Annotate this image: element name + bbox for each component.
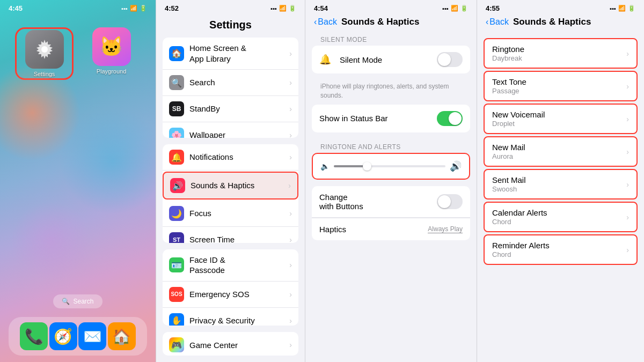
status-bar-settings: 4:52 ▪▪▪ 📶 🔋 bbox=[156, 0, 305, 14]
settings-group-1: 🏠 Home Screen &App Library › 🔍 Search › … bbox=[163, 38, 298, 138]
status-time-settings: 4:52 bbox=[165, 4, 179, 12]
show-status-bar-row: Show in Status Bar bbox=[312, 105, 470, 132]
settings-screen-title: Settings bbox=[156, 14, 305, 38]
settings-gear-icon bbox=[34, 39, 55, 60]
text-tone-item[interactable]: Text Tone Passage › bbox=[484, 71, 638, 101]
iphone-home-screen: 4:45 ▪▪▪ 📶 🔋 Settings 🐱 Playground � bbox=[0, 0, 156, 362]
signal-icon: ▪▪▪ bbox=[121, 5, 128, 12]
chevron-icon-wallpaper: › bbox=[289, 131, 292, 138]
settings-row-focus[interactable]: 🌙 Focus › bbox=[163, 201, 298, 227]
settings-row-search[interactable]: 🔍 Search › bbox=[163, 70, 298, 96]
home-icon: 🏠 bbox=[112, 328, 131, 345]
wallpaper-label: Wallpaper bbox=[189, 130, 284, 138]
settings-row-screen-time[interactable]: ST Screen Time › bbox=[163, 227, 298, 243]
sounds-screen-title: Sounds & Haptics bbox=[341, 17, 419, 27]
game-center-icon: 🎮 bbox=[169, 337, 184, 352]
bell-icon: 🔔 bbox=[319, 54, 331, 65]
settings-group-4: 🎮 Game Center › bbox=[163, 332, 298, 356]
volume-track[interactable]: 🔈 🔊 bbox=[320, 160, 462, 172]
playground-app-icon[interactable]: 🐱 bbox=[92, 27, 131, 66]
settings-row-notifications[interactable]: 🔔 Notifications › bbox=[163, 144, 298, 171]
volume-bar[interactable] bbox=[334, 165, 445, 167]
settings-row-privacy[interactable]: ✋ Privacy & Security › bbox=[163, 308, 298, 326]
status-bar-home: 4:45 ▪▪▪ 📶 🔋 bbox=[0, 0, 156, 14]
haptics-label: Haptics bbox=[319, 225, 428, 234]
chevron-icon-screen-time: › bbox=[289, 235, 292, 243]
text-tone-title: Text Tone bbox=[492, 77, 622, 86]
mail-icon: ✉️ bbox=[83, 328, 102, 345]
back-chevron-icon-d: ‹ bbox=[486, 17, 488, 27]
sent-mail-item[interactable]: Sent Mail Swoosh › bbox=[484, 169, 638, 200]
calendar-alerts-title: Calendar Alerts bbox=[492, 208, 622, 217]
sounds-back-button[interactable]: ‹ Back bbox=[314, 17, 337, 27]
dock-home-icon[interactable]: 🏠 bbox=[108, 322, 136, 350]
settings-row-sounds-haptics[interactable]: 🔊 Sounds & Haptics › bbox=[163, 172, 298, 200]
show-status-bar-label: Show in Status Bar bbox=[319, 114, 431, 123]
sent-mail-texts: Sent Mail Swoosh bbox=[492, 175, 622, 193]
change-buttons-toggle[interactable] bbox=[437, 194, 463, 209]
battery-icon-s: 🔋 bbox=[289, 5, 296, 12]
chevron-icon-game-center: › bbox=[289, 341, 292, 349]
chevron-icon-notif: › bbox=[289, 153, 292, 161]
chevron-new-mail: › bbox=[626, 147, 629, 156]
new-mail-item[interactable]: New Mail Aurora › bbox=[484, 136, 638, 167]
settings-row-home-screen[interactable]: 🏠 Home Screen &App Library › bbox=[163, 38, 298, 70]
sound-detail-panel: 4:55 ▪▪▪ 📶 🔋 ‹ Back Sounds & Haptics Rin… bbox=[477, 0, 644, 362]
detail-back-button[interactable]: ‹ Back bbox=[486, 17, 509, 27]
home-dock: 📞 🧭 ✉️ 🏠 bbox=[9, 317, 147, 356]
status-time-home: 4:45 bbox=[9, 4, 23, 12]
screen-time-icon: ST bbox=[169, 232, 184, 243]
screen-time-label: Screen Time bbox=[189, 234, 284, 242]
silent-mode-label: Silent Mode bbox=[340, 55, 431, 64]
toggle-knob-3 bbox=[438, 195, 451, 208]
silent-mode-section-label: SILENT MODE bbox=[305, 32, 477, 46]
battery-icon: 🔋 bbox=[140, 5, 147, 12]
settings-row-game-center[interactable]: 🎮 Game Center › bbox=[163, 332, 298, 356]
chevron-icon: › bbox=[289, 49, 292, 58]
signal-icon-sh: ▪▪▪ bbox=[442, 5, 449, 12]
settings-group-2: 🔔 Notifications › 🔊 Sounds & Haptics › 🌙… bbox=[163, 144, 298, 243]
new-voicemail-item[interactable]: New Voicemail Droplet › bbox=[484, 104, 638, 134]
status-icons-settings: ▪▪▪ 📶 🔋 bbox=[270, 5, 296, 12]
emergency-sos-label: Emergency SOS bbox=[189, 289, 284, 300]
battery-icon-sh: 🔋 bbox=[460, 5, 468, 12]
signal-icon-d: ▪▪▪ bbox=[610, 5, 616, 12]
status-bar-detail: 4:55 ▪▪▪ 📶 🔋 bbox=[477, 0, 644, 14]
chevron-ringtone: › bbox=[626, 49, 629, 58]
wifi-icon-d: 📶 bbox=[618, 5, 626, 12]
settings-row-face-id[interactable]: 🪪 Face ID &Passcode › bbox=[163, 249, 298, 282]
chevron-icon-standby: › bbox=[289, 105, 292, 113]
new-mail-title: New Mail bbox=[492, 143, 622, 152]
standby-label: StandBy bbox=[189, 104, 284, 114]
volume-slider-row: 🔈 🔊 bbox=[312, 153, 470, 180]
ringtone-item[interactable]: Ringtone Daybreak › bbox=[484, 38, 638, 69]
volume-thumb[interactable] bbox=[363, 162, 371, 171]
new-voicemail-subtitle: Droplet bbox=[492, 120, 622, 128]
settings-row-wallpaper[interactable]: 🌸 Wallpaper › bbox=[163, 122, 298, 138]
wifi-icon-sh: 📶 bbox=[451, 5, 458, 12]
playground-app[interactable]: 🐱 Playground bbox=[82, 27, 141, 80]
dock-phone-icon[interactable]: 📞 bbox=[20, 322, 48, 350]
settings-app-icon[interactable] bbox=[25, 30, 64, 69]
chevron-icon-sos: › bbox=[289, 290, 292, 299]
dock-safari-icon[interactable]: 🧭 bbox=[49, 322, 77, 350]
playground-icon-emoji: 🐱 bbox=[99, 35, 123, 58]
calendar-alerts-texts: Calendar Alerts Chord bbox=[492, 208, 622, 226]
settings-row-emergency-sos[interactable]: SOS Emergency SOS › bbox=[163, 282, 298, 308]
show-status-bar-group: Show in Status Bar bbox=[312, 105, 470, 132]
calendar-alerts-item[interactable]: Calendar Alerts Chord › bbox=[484, 202, 638, 232]
settings-row-standby[interactable]: SB StandBy › bbox=[163, 96, 298, 122]
volume-fill bbox=[334, 165, 367, 167]
dock-mail-icon[interactable]: ✉️ bbox=[78, 322, 106, 350]
search-pill[interactable]: 🔍 Search bbox=[53, 294, 102, 308]
volume-high-icon: 🔊 bbox=[450, 160, 462, 172]
haptics-row[interactable]: Haptics Always Play bbox=[312, 218, 470, 240]
silent-mode-toggle[interactable] bbox=[437, 52, 463, 67]
reminder-alerts-subtitle: Chord bbox=[492, 250, 622, 258]
show-status-bar-toggle[interactable] bbox=[437, 111, 463, 126]
wifi-icon-s: 📶 bbox=[279, 5, 287, 12]
sounds-haptics-icon: 🔊 bbox=[170, 178, 185, 193]
notifications-icon: 🔔 bbox=[169, 150, 184, 165]
reminder-alerts-item[interactable]: Reminder Alerts Chord › bbox=[484, 234, 638, 265]
new-voicemail-title: New Voicemail bbox=[492, 110, 622, 119]
